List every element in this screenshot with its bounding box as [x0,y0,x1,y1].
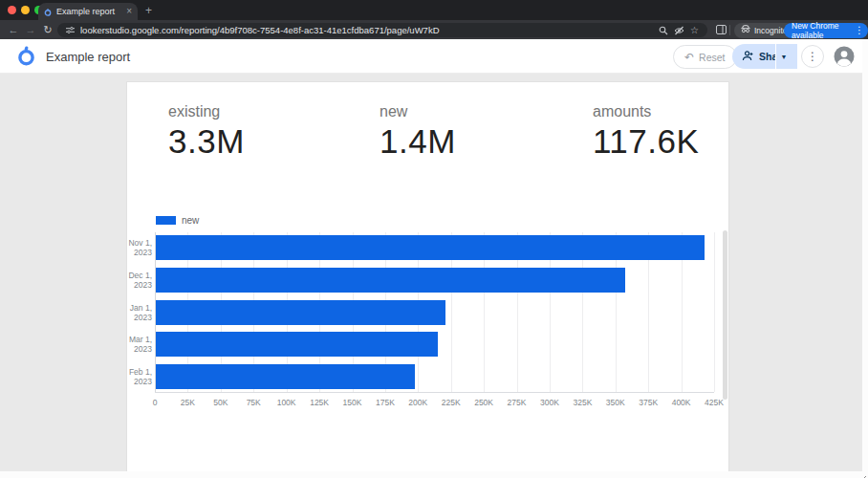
new-tab-icon[interactable]: + [145,4,152,17]
scorecard-amounts[interactable]: amounts 117.6K [593,103,699,161]
vertical-scrollbar-track[interactable] [862,39,868,478]
site-info-tune-icon[interactable] [66,26,75,34]
back-icon[interactable]: ← [6,20,21,39]
incognito-icon [741,25,750,35]
x-axis-tick-label: 400K [664,398,699,407]
undo-icon: ↶ [684,51,694,64]
url-bar[interactable]: lookerstudio.google.com/reporting/4b9f70… [57,23,707,37]
window-close-button[interactable] [8,6,16,14]
chart-gridline [714,232,715,392]
bar-segment[interactable] [156,300,445,325]
tab-strip: Example report × + [0,0,868,20]
x-axis-tick-label: 0 [138,398,172,407]
forward-icon[interactable]: → [23,20,38,39]
x-axis-line [155,392,714,393]
chrome-update-label: New Chrome available [792,21,851,40]
browser-tab[interactable]: Example report × [38,3,138,20]
browser-menu-dots-icon[interactable]: ⋮ [855,25,864,35]
chart-legend: new [156,215,199,226]
category-label: Jan 1,2023 [127,303,152,322]
bookmark-star-icon[interactable]: ☆ [690,25,699,35]
scorecard-value: 1.4M [380,122,456,161]
category-label: Nov 1,2023 [127,238,152,257]
report-canvas: existing 3.3M new 1.4M amounts 117.6K ne… [127,82,728,471]
browser-toolbar: ← → ↻ lookerstudio.google.com/reporting/… [0,20,868,39]
category-label: Mar 1,2023 [127,335,152,354]
x-axis-tick-label: 325K [565,398,599,407]
scorecard-existing[interactable]: existing 3.3M [168,103,245,161]
person-add-icon [742,51,753,63]
x-axis-tick-label: 375K [631,398,665,407]
x-axis-tick-label: 200K [401,398,435,407]
browser-window: Example report × + ← → ↻ lookerstudio.go… [0,0,868,478]
scorecard-new[interactable]: new 1.4M [380,103,456,161]
x-axis-tick-label: 300K [532,398,567,407]
legend-label: new [182,215,199,226]
side-panel-icon[interactable] [713,20,728,39]
tab-favicon-looker-icon [44,3,52,20]
window-resize-grip-icon[interactable] [858,468,866,478]
bar-segment[interactable] [156,332,438,357]
more-options-dots-icon: ⋮ [807,50,818,63]
avatar[interactable] [834,46,855,71]
scorecard-value: 117.6K [593,122,699,161]
scorecard-label: existing [168,103,245,120]
legend-swatch [156,216,176,225]
scorecard-label: amounts [593,103,699,120]
reload-icon[interactable]: ↻ [40,20,55,39]
toolbar-separator [729,25,730,35]
tab-close-icon[interactable]: × [126,7,132,16]
x-axis-tick-label: 75K [236,398,271,407]
category-label: Feb 1,2023 [127,367,152,386]
x-axis-tick-label: 175K [368,398,402,407]
chrome-update-chip[interactable]: New Chrome available ⋮ [784,23,868,38]
looker-studio-logo-icon [16,46,36,71]
chevron-down-icon: ▼ [781,54,788,60]
x-axis-tick-label: 225K [434,398,468,407]
tab-title: Example report [56,7,121,16]
x-axis-tick-label: 350K [598,398,633,407]
x-axis-tick-label: 125K [302,398,336,407]
category-label: Dec 1,2023 [127,271,152,290]
reset-button[interactable]: ↶ Reset [673,45,737,69]
bar-segment[interactable] [156,364,415,389]
x-axis-tick-label: 275K [500,398,534,407]
reset-label: Reset [699,52,725,63]
x-axis-tick-label: 25K [170,398,205,407]
window-minimize-button[interactable] [21,6,30,14]
scorecard-value: 3.3M [168,122,245,161]
incognito-label: Incognito [754,26,788,35]
bar-segment[interactable] [156,235,705,260]
more-options-button[interactable]: ⋮ [801,45,824,68]
horizontal-scrollbar-track[interactable] [0,471,868,478]
chart-scrollbar[interactable] [723,230,727,400]
scorecard-label: new [380,103,456,120]
x-axis-tick-label: 50K [204,398,238,407]
x-axis-tick-label: 250K [467,398,501,407]
url-text[interactable]: lookerstudio.google.com/reporting/4b9f70… [80,25,653,35]
eye-off-icon[interactable] [674,26,684,35]
report-title: Example report [46,50,130,64]
x-axis-tick-label: 150K [336,398,370,407]
zoom-icon[interactable] [659,26,668,35]
bar-segment[interactable] [156,268,625,293]
x-axis-tick-label: 100K [270,398,304,407]
